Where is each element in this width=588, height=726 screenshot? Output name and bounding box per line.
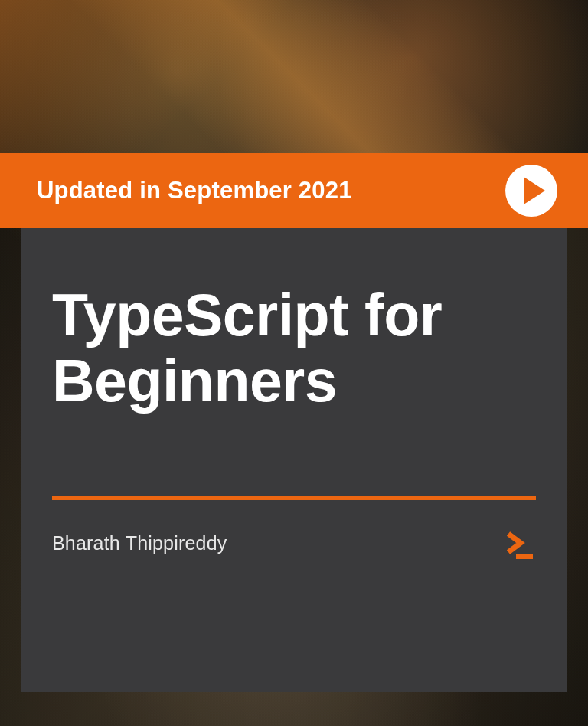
course-cover: Updated in September 2021 TypeScript for… (0, 0, 588, 726)
main-panel: TypeScript for Beginners Bharath Thippir… (21, 228, 567, 692)
author-name: Bharath Thippireddy (52, 532, 227, 554)
course-title: TypeScript for Beginners (52, 282, 536, 414)
footer-row: Bharath Thippireddy (52, 526, 536, 560)
packt-logo-icon (502, 526, 536, 560)
update-date-text: Updated in September 2021 (37, 177, 352, 204)
svg-rect-0 (516, 554, 533, 559)
play-icon (505, 165, 557, 217)
divider-line (52, 496, 536, 500)
header-band: Updated in September 2021 (0, 153, 588, 228)
play-triangle-icon (524, 177, 545, 204)
